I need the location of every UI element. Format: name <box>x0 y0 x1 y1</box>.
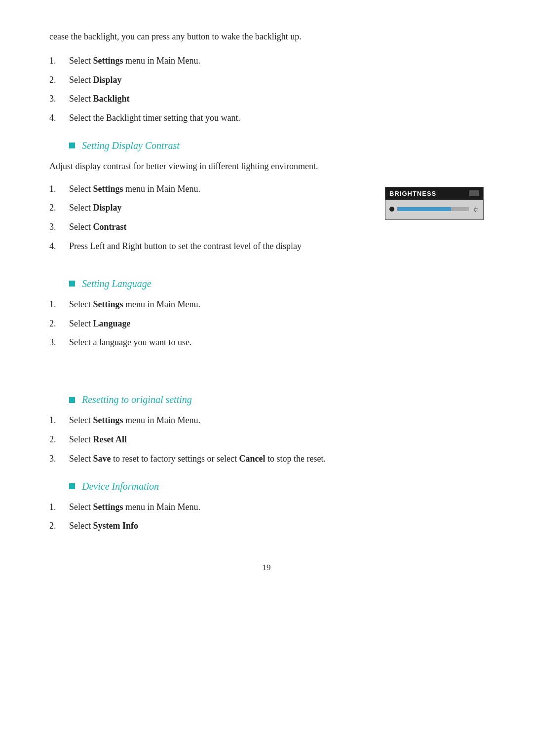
list-item: 3. Select Save to reset to factory setti… <box>49 452 484 466</box>
bullet-icon <box>69 143 75 148</box>
list-text: Select the Backlight timer setting that … <box>69 111 484 125</box>
dot-icon <box>389 207 394 212</box>
list-number: 1. <box>49 413 69 428</box>
list-number: 1. <box>49 54 69 68</box>
list-text: Select Display <box>69 201 370 215</box>
brightness-widget: BRIGHTNESS ☼ <box>385 187 484 220</box>
list-item: 3. Select Contrast <box>49 220 370 234</box>
list-item: 4. Press Left and Right button to set th… <box>49 239 370 253</box>
reset-section-header: Resetting to original setting <box>69 394 484 405</box>
page-footer: 19 <box>49 563 484 573</box>
bullet-icon <box>69 483 75 489</box>
brightness-row: ☼ <box>389 205 479 214</box>
contrast-content: 1. Select Settings menu in Main Menu. 2.… <box>49 182 484 263</box>
list-text: Select Backlight <box>69 92 484 106</box>
list-item: 2. Select Reset All <box>49 432 484 447</box>
bullet-icon <box>69 281 75 287</box>
brightness-fill <box>397 207 451 211</box>
device-info-header: Device Information <box>69 481 484 492</box>
list-text: Select Settings menu in Main Menu. <box>69 500 484 514</box>
list-number: 2. <box>49 73 69 87</box>
list-item: 3. Select Backlight <box>49 92 484 106</box>
list-item: 1. Select Settings menu in Main Menu. <box>49 54 484 68</box>
list-number: 2. <box>49 201 69 215</box>
list-number: 1. <box>49 182 69 196</box>
device-info-list: 1. Select Settings menu in Main Menu. 2.… <box>49 500 484 534</box>
list-text: Select Settings menu in Main Menu. <box>69 413 484 428</box>
language-section-header: Setting Language <box>69 278 484 289</box>
brightness-header: BRIGHTNESS <box>385 187 483 200</box>
contrast-list: 1. Select Settings menu in Main Menu. 2.… <box>49 182 370 253</box>
list-item: 2. Select Language <box>49 317 484 331</box>
reset-section-title: Resetting to original setting <box>82 394 192 405</box>
list-number: 3. <box>49 335 69 350</box>
sun-icon: ☼ <box>472 205 479 214</box>
language-list: 1. Select Settings menu in Main Menu. 2.… <box>49 297 484 350</box>
device-info-section: Device Information 1. Select Settings me… <box>49 481 484 534</box>
contrast-section-title: Setting Display Contrast <box>82 140 180 151</box>
list-text: Select Settings menu in Main Menu. <box>69 54 484 68</box>
list-text: Select Settings menu in Main Menu. <box>69 182 370 196</box>
list-item: 2. Select System Info <box>49 519 484 533</box>
contrast-intro: Adjust display contrast for better viewi… <box>49 159 484 174</box>
list-number: 3. <box>49 452 69 466</box>
list-item: 1. Select Settings menu in Main Menu. <box>49 413 484 428</box>
list-text: Select System Info <box>69 519 484 533</box>
language-section: Setting Language 1. Select Settings menu… <box>49 278 484 350</box>
list-number: 1. <box>49 297 69 312</box>
brightness-header-icon <box>469 190 479 196</box>
language-section-title: Setting Language <box>82 278 152 289</box>
backlight-steps-block: 1. Select Settings menu in Main Menu. 2.… <box>49 54 484 125</box>
list-number: 3. <box>49 220 69 234</box>
reset-list: 1. Select Settings menu in Main Menu. 2.… <box>49 413 484 466</box>
contrast-section-header: Setting Display Contrast <box>69 140 484 151</box>
backlight-list: 1. Select Settings menu in Main Menu. 2.… <box>49 54 484 125</box>
contrast-section: Setting Display Contrast Adjust display … <box>49 140 484 263</box>
list-text: Press Left and Right button to set the c… <box>69 239 370 253</box>
reset-section: Resetting to original setting 1. Select … <box>49 394 484 466</box>
list-number: 2. <box>49 519 69 533</box>
list-number: 2. <box>49 432 69 447</box>
brightness-label: BRIGHTNESS <box>389 190 436 197</box>
list-number: 3. <box>49 92 69 106</box>
list-text: Select Language <box>69 317 484 331</box>
device-info-title: Device Information <box>82 481 159 492</box>
bullet-icon <box>69 397 75 403</box>
brightness-bar <box>397 207 469 211</box>
list-item: 2. Select Display <box>49 73 484 87</box>
list-item: 1. Select Settings menu in Main Menu. <box>49 297 484 312</box>
list-number: 4. <box>49 111 69 125</box>
page-number: 19 <box>263 563 271 572</box>
spacer <box>49 360 484 379</box>
list-text: Select Settings menu in Main Menu. <box>69 297 484 312</box>
list-item: 3. Select a language you want to use. <box>49 335 484 350</box>
intro-paragraph: cease the backlight, you can press any b… <box>49 30 484 44</box>
list-item: 1. Select Settings menu in Main Menu. <box>49 182 370 196</box>
list-text: Select Contrast <box>69 220 370 234</box>
list-item: 1. Select Settings menu in Main Menu. <box>49 500 484 514</box>
list-number: 2. <box>49 317 69 331</box>
list-number: 1. <box>49 500 69 514</box>
list-text: Select Display <box>69 73 484 87</box>
list-item: 4. Select the Backlight timer setting th… <box>49 111 484 125</box>
list-item: 2. Select Display <box>49 201 370 215</box>
list-text: Select a language you want to use. <box>69 335 484 350</box>
list-text: Select Reset All <box>69 432 484 447</box>
brightness-body: ☼ <box>385 200 483 219</box>
contrast-list-col: 1. Select Settings menu in Main Menu. 2.… <box>49 182 370 263</box>
list-text: Select Save to reset to factory settings… <box>69 452 484 466</box>
list-number: 4. <box>49 239 69 253</box>
